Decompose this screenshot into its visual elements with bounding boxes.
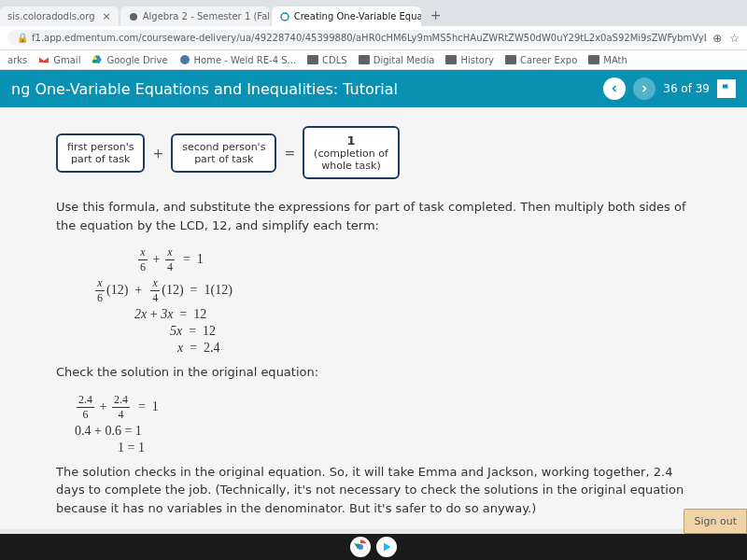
folder-icon	[445, 55, 457, 64]
arrow-left-icon	[609, 83, 620, 94]
math-steps: x6 + x4 = 1 x6(12) + x4(12) = 1(12) 2x +…	[93, 245, 691, 356]
page-title: ng One-Variable Equations and Inequaliti…	[11, 80, 398, 98]
bookmark-math[interactable]: MAth	[588, 55, 627, 65]
new-tab-button[interactable]: +	[423, 4, 449, 26]
tab-2[interactable]: Creating One-Variable Equations ×	[272, 7, 421, 26]
bookmark-digital[interactable]: Digital Media	[359, 55, 435, 65]
bookmarks-bar: arks Gmail Google Drive Home - Weld RE-4…	[0, 50, 747, 70]
browser-chrome: sis.coloradodls.org × Algebra 2 - Semest…	[0, 0, 747, 70]
plus-op: +	[152, 146, 163, 161]
formula-box-3: 1 (completion of whole task)	[303, 126, 400, 179]
check-text: Check the solution in the original equat…	[56, 363, 691, 382]
tab-label: Algebra 2 - Semester 1 (Fall 2020	[143, 11, 270, 21]
url-bar[interactable]: 🔒 f1.app.edmentum.com/courseware-deliver…	[7, 30, 707, 46]
taskbar	[0, 534, 747, 560]
drive-icon	[92, 54, 103, 65]
bookmark-home[interactable]: Home - Weld RE-4 S...	[179, 54, 297, 65]
bookmark-history[interactable]: History	[445, 55, 494, 65]
arrow-right-icon	[639, 83, 650, 94]
chrome-icon	[352, 539, 369, 555]
star-icon[interactable]: ☆	[729, 32, 740, 45]
play-store-icon[interactable]	[376, 537, 397, 557]
address-bar-row: 🔒 f1.app.edmentum.com/courseware-deliver…	[0, 26, 747, 50]
lock-icon: 🔒	[17, 33, 28, 43]
flag-icon	[721, 83, 732, 94]
tutorial-header: ng One-Variable Equations and Inequaliti…	[0, 70, 747, 107]
intro-text: Use this formula, and substitute the exp…	[56, 198, 691, 234]
folder-icon	[307, 55, 318, 64]
svg-point-1	[281, 13, 289, 21]
folder-icon	[588, 55, 599, 64]
svg-point-2	[180, 55, 190, 64]
chrome-app-icon[interactable]	[350, 537, 371, 557]
page-count: 36 of 39	[663, 82, 710, 95]
formula-box-2: second person's part of task	[171, 133, 276, 173]
bookmark-drive[interactable]: Google Drive	[92, 54, 167, 65]
tab-1[interactable]: Algebra 2 - Semester 1 (Fall 2020 ×	[120, 7, 270, 26]
close-icon[interactable]: ×	[103, 10, 111, 22]
zoom-icon[interactable]: ⊕	[712, 32, 722, 45]
re4-icon	[179, 54, 190, 65]
bookmark-item[interactable]: arks	[7, 55, 27, 65]
tab-label: sis.coloradodls.org	[7, 11, 95, 21]
svg-point-0	[130, 13, 137, 21]
formula-diagram: first person's part of task + second per…	[56, 126, 691, 179]
next-button[interactable]	[633, 77, 655, 100]
equals-op: =	[284, 146, 295, 161]
folder-icon	[359, 55, 370, 64]
gmail-icon	[38, 54, 49, 65]
tab-label: Creating One-Variable Equations	[294, 11, 421, 21]
formula-box-1: first person's part of task	[56, 133, 145, 173]
bookmark-cdls[interactable]: CDLS	[307, 55, 347, 65]
flag-button[interactable]	[717, 79, 736, 98]
tabs-row: sis.coloradodls.org × Algebra 2 - Semest…	[0, 0, 747, 26]
bookmark-career[interactable]: Career Expo	[505, 55, 577, 65]
tutorial-content: first person's part of task + second per…	[0, 107, 747, 529]
bookmark-gmail[interactable]: Gmail	[38, 54, 80, 65]
tab-0[interactable]: sis.coloradodls.org ×	[0, 7, 119, 26]
play-icon	[378, 539, 395, 555]
conclusion-text: The solution checks in the original equa…	[56, 463, 691, 518]
math-check: 2.46 + 2.44 = 1 0.4 + 0.6 = 1 1 = 1	[75, 393, 691, 455]
url-actions: ⊕ ☆	[712, 32, 740, 45]
header-nav: 36 of 39	[603, 77, 736, 100]
site-icon	[128, 11, 139, 22]
edmentum-icon	[279, 11, 290, 22]
signout-button[interactable]: Sign out	[684, 509, 747, 534]
folder-icon	[505, 55, 516, 64]
prev-button[interactable]	[603, 77, 626, 100]
url-text: f1.app.edmentum.com/courseware-delivery/…	[32, 33, 707, 43]
